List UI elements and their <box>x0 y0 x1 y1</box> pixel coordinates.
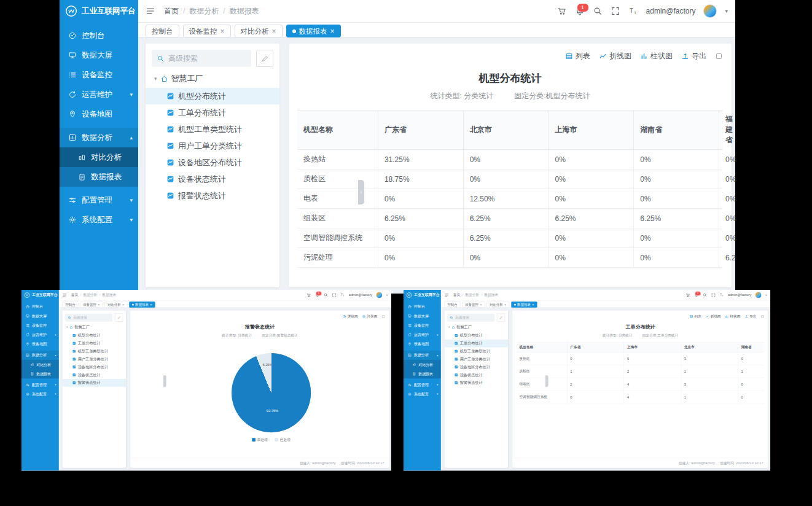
close-icon[interactable]: × <box>504 303 506 306</box>
tree-item[interactable]: 机型分布统计 <box>63 332 127 340</box>
search-icon[interactable] <box>323 293 328 298</box>
sidebar-item[interactable]: 数据大屏 <box>404 311 441 321</box>
fullscreen-icon[interactable] <box>711 293 716 298</box>
tree-item[interactable]: 报警状态统计 <box>63 379 127 387</box>
close-icon[interactable]: × <box>122 303 124 306</box>
toolbar-button[interactable]: 柱状图 <box>640 51 673 61</box>
pie-chart[interactable]: 6.25% 93.75% <box>232 353 311 432</box>
toolbar-button[interactable]: 折线图 <box>706 314 721 319</box>
sidebar-item[interactable]: 系统配置 ▾ <box>404 389 441 399</box>
caret-down-icon[interactable]: ▾ <box>154 76 157 82</box>
tree-item[interactable]: 设备状态统计 <box>146 171 279 187</box>
tree-item[interactable]: 机型工单类型统计 <box>63 348 127 356</box>
tree-item[interactable]: 报警状态统计 <box>445 379 509 387</box>
tab-device-monitor[interactable]: 设备监控× <box>80 302 103 308</box>
advanced-search-input[interactable]: 高级搜索 <box>152 50 251 67</box>
tab-console[interactable]: 控制台 <box>63 302 79 308</box>
checkbox-icon[interactable] <box>715 52 723 60</box>
toolbar-button[interactable]: 列表 <box>690 314 701 319</box>
panel-collapse-handle[interactable]: ‹ <box>163 375 166 387</box>
sidebar-item-data-analysis[interactable]: 数据分析 ▴ <box>60 128 138 147</box>
sidebar-item[interactable]: 数据大屏 <box>21 311 59 321</box>
avatar[interactable] <box>703 4 717 18</box>
cart-icon[interactable] <box>306 293 311 298</box>
search-icon[interactable] <box>593 6 603 16</box>
legend-item[interactable]: 已处理 <box>275 437 291 442</box>
tree-item[interactable]: 机型分布统计 <box>445 332 509 340</box>
fullscreen-icon[interactable] <box>332 293 337 298</box>
caret-down-icon[interactable]: ▾ <box>448 325 450 329</box>
toolbar-button[interactable]: 列表 <box>565 51 590 61</box>
tree-item[interactable]: 机型工单类型统计 <box>146 121 279 138</box>
sidebar-item[interactable]: 控制台 <box>404 302 441 311</box>
tab-compare-analysis[interactable]: 对比分析× <box>235 25 283 37</box>
toolbar-button[interactable]: 导出 <box>744 314 756 319</box>
sidebar-item[interactable]: 系统配置 ▾ <box>21 389 59 399</box>
tab-console[interactable]: 控制台 <box>445 302 461 308</box>
advanced-search-input[interactable]: 高级搜索 <box>65 313 112 321</box>
tab-device-monitor[interactable]: 设备监控× <box>462 302 485 308</box>
sidebar-item[interactable]: 系统配置 ▾ <box>60 210 138 230</box>
tree-item[interactable]: 用户工单分类统计 <box>146 138 279 154</box>
tree-item[interactable]: 设备地区分布统计 <box>63 363 127 371</box>
advanced-search-input[interactable]: 高级搜索 <box>447 313 494 321</box>
font-size-icon[interactable] <box>719 293 724 298</box>
tab-compare-analysis[interactable]: 对比分析× <box>104 302 127 308</box>
sidebar-subitem[interactable]: 数据报表 <box>60 167 138 187</box>
avatar[interactable] <box>755 292 762 298</box>
panel-collapse-handle[interactable]: ‹ <box>545 375 548 387</box>
breadcrumb-data-analysis[interactable]: 数据分析 <box>189 6 219 17</box>
toolbar-button[interactable]: 折线图 <box>599 51 631 61</box>
breadcrumb-home[interactable]: 首页 <box>453 293 460 298</box>
close-icon[interactable]: × <box>98 303 100 306</box>
tree-item[interactable]: 设备地区分布统计 <box>445 363 509 371</box>
sidebar-item[interactable]: 数据大屏 <box>60 45 138 65</box>
sidebar-subitem[interactable]: 数据报表 <box>21 369 59 378</box>
edit-button[interactable] <box>256 50 273 67</box>
search-icon[interactable] <box>703 293 708 298</box>
tab-compare-analysis[interactable]: 对比分析× <box>486 302 509 308</box>
caret-down-icon[interactable]: ▾ <box>66 325 68 329</box>
close-icon[interactable]: × <box>532 303 534 306</box>
tree-root[interactable]: ▾ 智慧工厂 <box>447 322 505 331</box>
edit-button[interactable] <box>497 313 505 321</box>
close-icon[interactable]: × <box>330 28 335 35</box>
sidebar-item-data-analysis[interactable]: 数据分析 ▴ <box>404 351 441 360</box>
tree-item[interactable]: 机型工单类型统计 <box>445 348 509 356</box>
toolbar-button[interactable]: 饼状图 <box>343 314 358 319</box>
caret-down-icon[interactable]: ▾ <box>725 8 728 14</box>
tab-device-monitor[interactable]: 设备监控× <box>183 25 231 37</box>
tree-item[interactable]: 用户工单分类统计 <box>445 355 509 363</box>
tree-item[interactable]: 机型分布统计 <box>146 88 279 104</box>
hamburger-icon[interactable] <box>146 6 155 16</box>
hamburger-icon[interactable] <box>445 293 450 298</box>
tree-item[interactable]: 工单分布统计 <box>445 340 509 348</box>
caret-down-icon[interactable]: ▾ <box>386 294 388 297</box>
close-icon[interactable]: × <box>272 28 276 35</box>
tab-data-report[interactable]: 数据报表× <box>129 302 155 308</box>
cart-icon[interactable] <box>557 6 567 16</box>
sidebar-item[interactable]: 运营维护 ▾ <box>21 330 59 340</box>
checkbox-icon[interactable] <box>760 314 764 318</box>
legend-item[interactable]: 未处理 <box>252 437 268 442</box>
tree-item[interactable]: 工单分布统计 <box>63 340 127 348</box>
toolbar-button[interactable]: 导出 <box>681 51 706 61</box>
close-icon[interactable]: × <box>150 303 152 306</box>
sidebar-item[interactable]: 配置管理 ▾ <box>21 380 59 389</box>
sidebar-item[interactable]: 设备监控 <box>404 321 441 330</box>
tree-root[interactable]: ▾ 智慧工厂 <box>65 322 123 331</box>
avatar[interactable] <box>376 292 382 298</box>
sidebar-item[interactable]: 设备地图 <box>404 340 441 349</box>
sidebar-item[interactable]: 控制台 <box>21 302 59 311</box>
sidebar-item[interactable]: 设备监控 <box>60 65 138 85</box>
breadcrumb-home[interactable]: 首页 <box>71 293 78 298</box>
breadcrumb-data-analysis[interactable]: 数据分析 <box>465 293 479 298</box>
cart-icon[interactable] <box>685 293 690 298</box>
close-icon[interactable]: × <box>221 28 225 35</box>
sidebar-item[interactable]: 设备地图 <box>60 104 138 124</box>
tree-item[interactable]: 报警状态统计 <box>146 187 279 204</box>
caret-down-icon[interactable]: ▾ <box>765 294 767 297</box>
sidebar-subitem[interactable]: 对比分析 <box>404 360 441 369</box>
close-icon[interactable]: × <box>480 303 482 306</box>
breadcrumb-data-analysis[interactable]: 数据分析 <box>83 293 97 298</box>
